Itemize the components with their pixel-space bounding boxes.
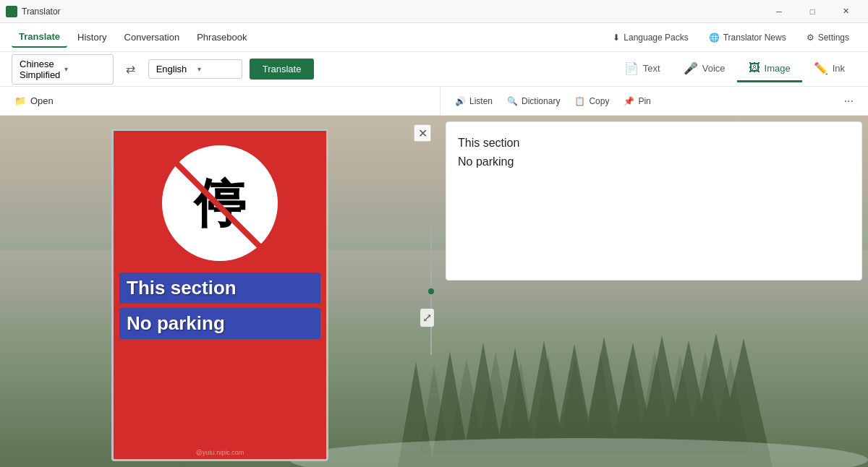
main-content: 📁 Open ✕ ⤢ 停 — [0, 87, 868, 467]
translation-result-line2: No parking — [458, 153, 850, 171]
dictionary-icon: 🔍 — [507, 96, 518, 106]
text-overlay-line2: No parking — [119, 308, 320, 339]
download-icon: ⬇ — [613, 33, 620, 43]
source-chevron-icon: ▾ — [64, 65, 105, 73]
no-parking-circle: 停 — [162, 145, 278, 261]
left-panel: 📁 Open ✕ ⤢ 停 — [0, 87, 440, 467]
dictionary-button[interactable]: 🔍 Dictionary — [501, 93, 566, 109]
listen-button[interactable]: 🔊 Listen — [449, 93, 498, 109]
menubar: Translate History Conversation Phraseboo… — [0, 23, 868, 52]
language-packs-button[interactable]: ⬇ Language Packs — [605, 29, 695, 46]
tab-ink[interactable]: ✏️ Ink — [802, 56, 856, 83]
translator-news-label: Translator News — [723, 33, 786, 43]
listen-label: Listen — [469, 96, 493, 106]
target-language-value: English — [156, 64, 193, 74]
image-close-button[interactable]: ✕ — [414, 124, 431, 142]
sign-text-block: This section No parking — [114, 270, 326, 342]
pin-button[interactable]: 📌 Pin — [618, 93, 656, 109]
tab-voice[interactable]: 🎤 Voice — [672, 56, 737, 83]
text-icon: 📄 — [624, 61, 639, 75]
menu-right: ⬇ Language Packs 🌐 Translator News ⚙ Set… — [605, 29, 856, 46]
tab-image-label: Image — [765, 63, 791, 74]
more-options-button[interactable]: ··· — [838, 92, 859, 111]
app-title: Translator — [22, 7, 61, 17]
toolbar: Chinese Simplified ▾ ⇄ English ▾ Transla… — [0, 52, 868, 87]
sign-watermark: @yutu.nipic.com — [114, 449, 326, 456]
titlebar-controls: ─ □ ✕ — [762, 0, 862, 23]
settings-button[interactable]: ⚙ Settings — [799, 29, 856, 46]
globe-icon: 🌐 — [709, 33, 720, 43]
no-parking-sign: 停 This section No parking @yutu.nipic.co… — [111, 129, 328, 461]
image-area: ✕ ⤢ 停 — [0, 116, 440, 467]
source-language-value: Chinese Simplified — [20, 59, 60, 80]
tab-voice-label: Voice — [702, 63, 726, 74]
translator-news-button[interactable]: 🌐 Translator News — [702, 29, 793, 46]
translated-line1: This section — [127, 277, 313, 299]
image-toolbar: 📁 Open — [0, 87, 440, 116]
pin-icon: 📌 — [624, 96, 634, 106]
tab-text[interactable]: 📄 Text — [613, 56, 672, 83]
translation-result-line1: This section — [458, 134, 850, 153]
minimize-button[interactable]: ─ — [762, 0, 796, 23]
voice-icon: 🎤 — [684, 61, 698, 75]
folder-icon: 📁 — [14, 95, 26, 106]
listen-icon: 🔊 — [455, 96, 466, 106]
tab-ink-label: Ink — [833, 63, 845, 74]
mode-tabs: 📄 Text 🎤 Voice 🖼 Image ✏️ Ink — [613, 56, 856, 83]
right-panel: 🔊 Listen 🔍 Dictionary 📋 Copy 📌 Pin ··· T… — [440, 87, 868, 467]
target-language-select[interactable]: English ▾ — [148, 59, 242, 79]
language-packs-label: Language Packs — [624, 33, 688, 43]
pin-label: Pin — [638, 96, 650, 106]
menu-history[interactable]: History — [70, 27, 114, 47]
handle-line-top — [430, 228, 432, 286]
menu-conversation[interactable]: Conversation — [117, 27, 187, 47]
menu-phrasebook[interactable]: Phrasebook — [190, 27, 254, 47]
translation-toolbar: 🔊 Listen 🔍 Dictionary 📋 Copy 📌 Pin ··· — [440, 87, 868, 116]
text-overlay-line1: This section — [119, 273, 320, 304]
translation-result: This section No parking — [446, 121, 862, 280]
open-file-button[interactable]: 📁 Open — [9, 93, 59, 109]
settings-label: Settings — [818, 33, 849, 43]
ink-icon: ✏️ — [814, 61, 828, 75]
target-chevron-icon: ▾ — [197, 65, 234, 73]
menu-translate[interactable]: Translate — [12, 27, 67, 48]
app-icon — [6, 6, 17, 17]
handle-dot — [428, 288, 434, 294]
maximize-button[interactable]: □ — [796, 0, 829, 23]
image-icon: 🖼 — [749, 61, 760, 74]
open-label: Open — [30, 95, 54, 106]
translate-button[interactable]: Translate — [250, 59, 315, 80]
expand-button[interactable]: ⤢ — [420, 309, 434, 327]
source-language-select[interactable]: Chinese Simplified ▾ — [12, 54, 114, 85]
close-button[interactable]: ✕ — [829, 0, 862, 23]
copy-label: Copy — [589, 96, 609, 106]
translated-line2: No parking — [127, 312, 313, 335]
divider-handle[interactable] — [428, 228, 434, 355]
tab-text-label: Text — [643, 63, 660, 74]
swap-languages-button[interactable]: ⇄ — [121, 59, 141, 80]
copy-icon: 📋 — [574, 96, 585, 106]
prohibition-slash — [169, 156, 271, 257]
dictionary-label: Dictionary — [522, 96, 560, 106]
tab-image[interactable]: 🖼 Image — [737, 56, 802, 82]
copy-button[interactable]: 📋 Copy — [569, 93, 615, 109]
titlebar: Translator ─ □ ✕ — [0, 0, 868, 23]
sign-image: 停 This section No parking @yutu.nipic.co… — [111, 129, 328, 461]
titlebar-left: Translator — [6, 6, 61, 17]
gear-icon: ⚙ — [807, 33, 814, 43]
